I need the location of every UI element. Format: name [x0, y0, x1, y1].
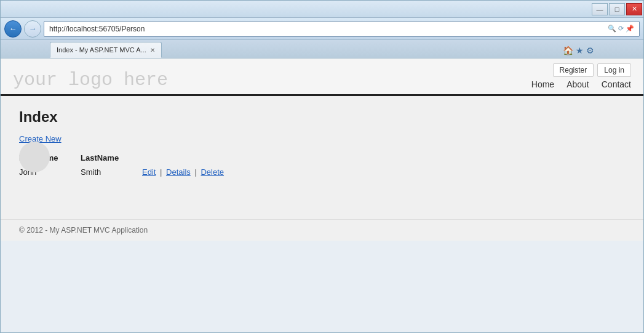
page-content: Register Log in Home About Contact your … — [1, 58, 643, 332]
header-auth-area: Register Log in — [13, 63, 631, 77]
favorites-icon[interactable]: ★ — [576, 46, 584, 55]
close-button[interactable]: ✕ — [626, 3, 642, 15]
edit-link[interactable]: Edit — [142, 167, 156, 177]
tabs-bar: Index - My ASP.NET MVC A... ✕ 🏠 ★ ⚙ — [1, 40, 643, 58]
site-header: Register Log in Home About Contact your … — [1, 58, 643, 96]
header-inner: Register Log in Home About Contact — [1, 58, 643, 94]
persons-table: FirstName LastName John Smith Edit | Det… — [19, 153, 625, 178]
site-main: Index Create New FirstName LastName John… — [1, 96, 643, 219]
nav-about[interactable]: About — [566, 79, 589, 89]
separator-2: | — [194, 167, 196, 177]
nav-home[interactable]: Home — [531, 79, 554, 89]
tab-close-icon[interactable]: ✕ — [150, 47, 155, 54]
login-button[interactable]: Log in — [597, 63, 631, 77]
col-header-lastname: LastName — [81, 153, 142, 166]
footer-copyright: © 2012 - My ASP.NET MVC Application — [19, 226, 148, 235]
main-nav: Home About Contact — [13, 79, 631, 89]
separator-1: | — [160, 167, 162, 177]
home-icon[interactable]: 🏠 — [563, 46, 573, 55]
browser-right-icons: 🏠 ★ ⚙ — [563, 46, 594, 58]
create-new-link[interactable]: Create New — [19, 134, 62, 143]
title-bar-buttons: — □ ✕ — [592, 3, 642, 15]
avatar — [19, 142, 50, 172]
table-row: John Smith Edit | Details | Delete — [19, 166, 625, 178]
register-button[interactable]: Register — [553, 63, 594, 77]
active-tab[interactable]: Index - My ASP.NET MVC A... ✕ — [50, 42, 162, 58]
tab-title: Index - My ASP.NET MVC A... — [57, 46, 146, 54]
back-button[interactable]: ← — [4, 20, 22, 38]
title-bar: — □ ✕ — [1, 1, 643, 18]
cell-actions: Edit | Details | Delete — [142, 166, 625, 178]
refresh-icon: ⟳ — [618, 25, 624, 33]
browser-window: — □ ✕ ← → http://localhost:56705/Person … — [0, 0, 644, 333]
site-footer: © 2012 - My ASP.NET MVC Application — [1, 219, 643, 241]
minimize-button[interactable]: — — [592, 3, 608, 15]
details-link[interactable]: Details — [166, 167, 191, 177]
pin-icon: 📌 — [626, 25, 634, 33]
url-icons: 🔍 ⟳ 📌 — [608, 25, 634, 33]
maximize-button[interactable]: □ — [609, 3, 625, 15]
url-box: http://localhost:56705/Person 🔍 ⟳ 📌 — [44, 21, 640, 37]
delete-link[interactable]: Delete — [201, 167, 224, 177]
address-bar: ← → http://localhost:56705/Person 🔍 ⟳ 📌 — [1, 18, 643, 40]
table-header-row: FirstName LastName — [19, 153, 625, 166]
url-text: http://localhost:56705/Person — [49, 25, 605, 33]
settings-icon[interactable]: ⚙ — [586, 46, 594, 55]
page-title: Index — [19, 108, 625, 126]
cell-lastname: Smith — [81, 166, 142, 178]
col-header-actions — [142, 153, 625, 166]
nav-contact[interactable]: Contact — [602, 79, 631, 89]
search-icon: 🔍 — [608, 25, 616, 33]
forward-button[interactable]: → — [24, 20, 41, 38]
